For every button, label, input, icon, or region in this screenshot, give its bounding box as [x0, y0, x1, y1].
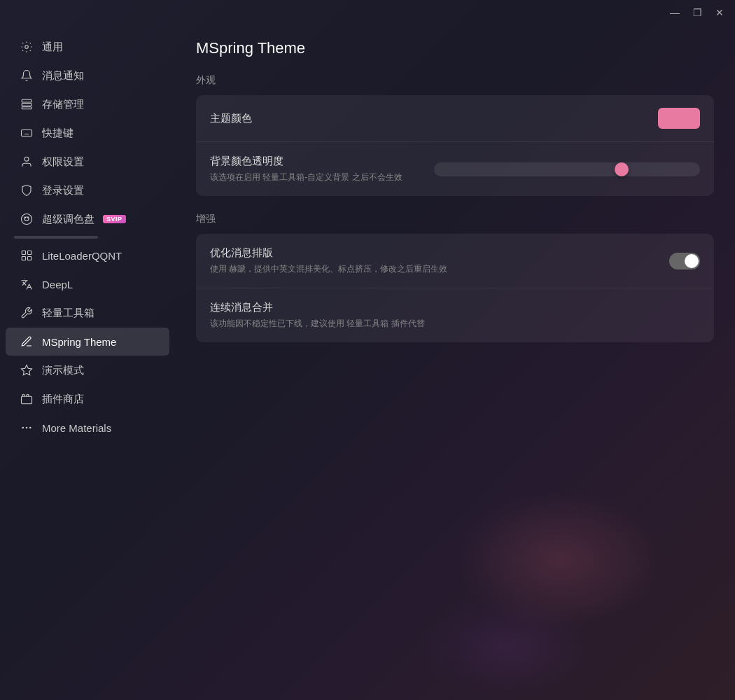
keyboard-icon [20, 126, 34, 140]
sidebar-item-shortcuts[interactable]: 快捷键 [6, 119, 169, 147]
liteloader-icon [20, 248, 34, 262]
app-window: — ❐ ✕ 通用 消息通知 [0, 0, 735, 700]
sidebar-label-tools: 轻量工具箱 [42, 307, 94, 320]
theme-color-left: 主题颜色 [210, 112, 658, 125]
merge-msg-label: 连续消息合并 [210, 301, 700, 314]
svg-point-6 [22, 214, 32, 225]
svg-rect-14 [22, 396, 32, 404]
svg-rect-1 [22, 99, 31, 102]
sidebar-item-storage[interactable]: 存储管理 [6, 90, 169, 118]
sidebar-label-shortcuts: 快捷键 [42, 127, 74, 140]
translate-icon [20, 277, 34, 291]
sidebar-label-liteloader: LiteLoaderQQNT [42, 250, 122, 262]
pen-icon [20, 335, 34, 349]
optimize-msg-left: 优化消息排版 使用 赫蹏，提供中英文混排美化、标点挤压，修改之后重启生效 [210, 246, 669, 275]
sidebar-item-deepl[interactable]: DeepL [6, 270, 169, 298]
maximize-button[interactable]: ❐ [687, 5, 707, 20]
storage-icon [20, 97, 34, 111]
svg-rect-4 [22, 130, 32, 136]
sidebar-item-notifications[interactable]: 消息通知 [6, 62, 169, 90]
sidebar-item-login[interactable]: 登录设置 [6, 176, 169, 204]
sidebar-item-mspring[interactable]: MSpring Theme [6, 328, 169, 356]
sidebar-label-more: More Materials [42, 422, 111, 434]
svg-rect-9 [22, 251, 25, 254]
sidebar-label-shop: 插件商店 [42, 393, 84, 406]
toggle-thumb-optimize [685, 254, 699, 268]
optimize-msg-desc: 使用 赫蹏，提供中英文混排美化、标点挤压，修改之后重启生效 [210, 262, 630, 275]
sidebar-label-general: 通用 [42, 41, 63, 54]
svg-point-7 [24, 217, 26, 218]
appearance-card: 主题颜色 背景颜色透明度 该选项在启用 轻量工具箱-自定义背景 之后不会生效 [196, 95, 714, 196]
user-icon [20, 155, 34, 169]
svg-point-8 [28, 217, 29, 218]
sidebar: 通用 消息通知 存储管理 快捷键 [0, 25, 175, 700]
sidebar-label-mspring: MSpring Theme [42, 336, 116, 348]
sidebar-label-notifications: 消息通知 [42, 69, 84, 83]
bg-opacity-slider[interactable] [434, 162, 700, 176]
sidebar-item-colorboard[interactable]: 超级调色盘 SVIP [6, 205, 169, 233]
merge-msg-left: 连续消息合并 该功能因不稳定性已下线，建议使用 轻量工具箱 插件代替 [210, 301, 700, 330]
minimize-button[interactable]: — [665, 5, 685, 20]
bg-opacity-row: 背景颜色透明度 该选项在启用 轻量工具箱-自定义背景 之后不会生效 [196, 141, 714, 196]
svg-point-0 [25, 46, 29, 49]
star-icon [20, 363, 34, 377]
bell-icon [20, 69, 34, 83]
section-label-enhance: 增强 [196, 213, 714, 225]
merge-msg-desc: 该功能因不稳定性已下线，建议使用 轻量工具箱 插件代替 [210, 317, 630, 330]
svg-rect-11 [22, 257, 25, 260]
slider-track [434, 162, 700, 176]
theme-color-row: 主题颜色 [196, 95, 714, 141]
bg-opacity-desc: 该选项在启用 轻量工具箱-自定义背景 之后不会生效 [210, 171, 434, 183]
sidebar-label-colorboard: 超级调色盘 [42, 213, 94, 226]
sidebar-label-demo: 演示模式 [42, 364, 84, 377]
sidebar-label-permissions: 权限设置 [42, 155, 84, 169]
tools-icon [20, 306, 34, 320]
svip-badge: SVIP [103, 215, 126, 223]
svg-rect-12 [28, 257, 31, 260]
sidebar-item-liteloader[interactable]: LiteLoaderQQNT [6, 241, 169, 270]
sidebar-item-general[interactable]: 通用 [6, 33, 169, 61]
svg-point-15 [26, 427, 27, 428]
sidebar-item-more[interactable]: More Materials [6, 414, 169, 442]
svg-rect-3 [22, 107, 31, 109]
palette-icon [20, 212, 34, 226]
sidebar-item-demo[interactable]: 演示模式 [6, 356, 169, 384]
sidebar-label-storage: 存储管理 [42, 98, 84, 111]
sidebar-label-deepl: DeepL [42, 279, 73, 290]
shield-icon [20, 183, 34, 197]
section-label-appearance: 外观 [196, 74, 714, 87]
optimize-msg-label: 优化消息排版 [210, 246, 669, 260]
svg-point-5 [24, 157, 29, 161]
bg-opacity-label: 背景颜色透明度 [210, 155, 434, 168]
shop-icon [20, 392, 34, 406]
sidebar-item-permissions[interactable]: 权限设置 [6, 148, 169, 176]
window-controls: — ❐ ✕ [665, 5, 729, 20]
svg-marker-13 [22, 365, 32, 375]
main-layout: 通用 消息通知 存储管理 快捷键 [0, 25, 735, 700]
optimize-msg-toggle[interactable] [669, 253, 700, 270]
settings-icon [20, 40, 34, 54]
sidebar-scrollbar [14, 236, 98, 239]
sidebar-item-shop[interactable]: 插件商店 [6, 385, 169, 413]
svg-rect-2 [22, 104, 31, 106]
svg-point-17 [30, 427, 31, 428]
enhance-card: 优化消息排版 使用 赫蹏，提供中英文混排美化、标点挤压，修改之后重启生效 连续消… [196, 234, 714, 342]
optimize-msg-row: 优化消息排版 使用 赫蹏，提供中英文混排美化、标点挤压，修改之后重启生效 [196, 234, 714, 288]
svg-point-16 [22, 427, 24, 428]
more-icon [20, 421, 34, 435]
sidebar-item-tools[interactable]: 轻量工具箱 [6, 299, 169, 327]
color-swatch[interactable] [658, 108, 700, 129]
title-bar: — ❐ ✕ [0, 0, 735, 25]
content-area: MSpring Theme 外观 主题颜色 背景颜色透明度 该选项在启用 轻量工… [175, 25, 735, 700]
close-button[interactable]: ✕ [710, 5, 729, 20]
bg-opacity-left: 背景颜色透明度 该选项在启用 轻量工具箱-自定义背景 之后不会生效 [210, 155, 434, 183]
page-title: MSpring Theme [196, 39, 714, 57]
merge-msg-row: 连续消息合并 该功能因不稳定性已下线，建议使用 轻量工具箱 插件代替 [196, 288, 714, 342]
slider-thumb[interactable] [615, 162, 629, 176]
sidebar-label-login: 登录设置 [42, 184, 84, 197]
svg-rect-10 [28, 251, 31, 254]
theme-color-label: 主题颜色 [210, 112, 658, 125]
